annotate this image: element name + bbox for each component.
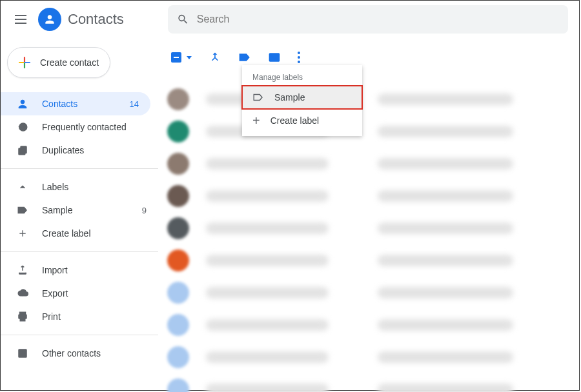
plus-icon: +: [252, 114, 260, 127]
select-all-button[interactable]: [171, 52, 192, 63]
archive-icon: [15, 348, 30, 359]
contact-name-redacted: [206, 384, 329, 392]
merge-button[interactable]: [209, 51, 221, 64]
more-dots-icon: [298, 52, 300, 54]
contact-name-redacted: [206, 255, 329, 266]
email-icon: [268, 51, 281, 64]
chevron-up-icon: [15, 182, 30, 191]
sidebar-create-label-text: Create label: [42, 228, 147, 239]
create-contact-button[interactable]: Create contact: [7, 47, 110, 78]
contact-name-redacted: [206, 190, 329, 202]
menu-icon[interactable]: [15, 15, 26, 24]
sidebar-item-frequent[interactable]: Frequently contacted: [1, 115, 158, 139]
sidebar-item-duplicates[interactable]: Duplicates: [1, 139, 158, 162]
contact-row[interactable]: [165, 148, 579, 180]
merge-icon: [209, 51, 221, 64]
contact-name-redacted: [206, 222, 329, 234]
sidebar-item-label: Duplicates: [42, 145, 147, 155]
sidebar-export-label: Export: [42, 288, 147, 299]
import-icon: [15, 264, 30, 276]
manage-labels-button[interactable]: [238, 51, 251, 64]
email-button[interactable]: [268, 51, 281, 64]
manage-labels-popup: Manage labels Sample + Create label: [242, 65, 362, 136]
select-all-checkbox-icon: [171, 52, 181, 63]
sidebar-label-sample[interactable]: Sample 9: [1, 199, 158, 222]
popup-label-sample[interactable]: Sample: [242, 86, 362, 109]
avatar: [167, 314, 189, 336]
contact-row[interactable]: [165, 180, 579, 212]
contact-email-redacted: [378, 287, 513, 299]
sidebar-labels-header-label: Labels: [42, 182, 147, 192]
avatar: [167, 282, 189, 304]
popup-create-label[interactable]: + Create label: [242, 109, 362, 132]
sidebar-import[interactable]: Import: [1, 259, 158, 282]
contacts-logo: [38, 8, 61, 31]
label-icon: [252, 92, 264, 103]
contact-row[interactable]: [165, 83, 579, 115]
avatar: [167, 378, 189, 392]
avatar: [167, 185, 189, 207]
avatar: [167, 88, 189, 110]
sidebar-item-count: 14: [130, 99, 139, 109]
contact-row[interactable]: [165, 244, 579, 277]
sidebar-separator: [1, 251, 158, 252]
contact-row[interactable]: [165, 373, 579, 392]
sidebar-item-contacts[interactable]: Contacts 14: [1, 92, 150, 115]
search-bar[interactable]: [168, 5, 568, 34]
sidebar-print[interactable]: Print: [1, 305, 158, 328]
svg-rect-4: [20, 318, 25, 321]
avatar: [167, 121, 189, 142]
search-input[interactable]: [197, 14, 559, 25]
popup-label-text: Sample: [274, 92, 305, 103]
contact-email-redacted: [378, 158, 513, 170]
sidebar-separator: [1, 168, 158, 169]
sidebar-export[interactable]: Export: [1, 282, 158, 305]
more-button[interactable]: [298, 52, 300, 63]
sidebar-other-contacts-label: Other contacts: [42, 348, 147, 358]
contact-email-redacted: [378, 319, 513, 331]
history-icon: [15, 121, 30, 133]
contact-email-redacted: [378, 190, 513, 202]
person-icon: [15, 98, 30, 110]
contact-name-redacted: [206, 319, 329, 331]
contact-row[interactable]: [165, 212, 579, 244]
create-contact-label: Create contact: [40, 57, 99, 68]
plus-icon: [15, 228, 30, 239]
avatar: [167, 217, 189, 239]
contact-email-redacted: [378, 93, 513, 105]
contact-email-redacted: [378, 351, 513, 363]
duplicates-icon: [15, 144, 30, 156]
contact-row[interactable]: [165, 115, 579, 148]
sidebar-item-label: Frequently contacted: [42, 122, 147, 132]
header-bar: Contacts: [1, 1, 579, 38]
contact-row[interactable]: [165, 309, 579, 341]
contact-email-redacted: [378, 255, 513, 266]
app-title: Contacts: [68, 11, 124, 28]
sidebar-label-count: 9: [142, 206, 147, 215]
sidebar-label-name: Sample: [42, 205, 142, 215]
sidebar-item-label: Contacts: [42, 99, 130, 109]
avatar: [167, 346, 189, 368]
dropdown-caret-icon: [187, 56, 192, 59]
google-plus-icon: [17, 55, 32, 70]
sidebar-other-contacts[interactable]: Other contacts: [1, 342, 158, 365]
contact-row[interactable]: [165, 277, 579, 309]
contacts-list: [165, 83, 579, 392]
contact-email-redacted: [378, 126, 513, 137]
sidebar: Create contact Contacts 14 Frequently co…: [1, 38, 158, 390]
sidebar-labels-header[interactable]: Labels: [1, 175, 158, 199]
contact-name-redacted: [206, 158, 329, 170]
contact-email-redacted: [378, 384, 513, 392]
print-icon: [15, 311, 30, 322]
label-icon: [238, 51, 251, 64]
sidebar-separator: [1, 335, 158, 335]
contact-name-redacted: [206, 287, 329, 299]
contact-row[interactable]: [165, 341, 579, 373]
avatar: [167, 250, 189, 271]
label-icon: [15, 204, 30, 216]
sidebar-create-label[interactable]: Create label: [1, 222, 158, 245]
avatar: [167, 153, 189, 175]
popup-create-label-text: Create label: [270, 115, 320, 126]
toolbar: [171, 50, 579, 65]
contact-name-redacted: [206, 351, 329, 363]
